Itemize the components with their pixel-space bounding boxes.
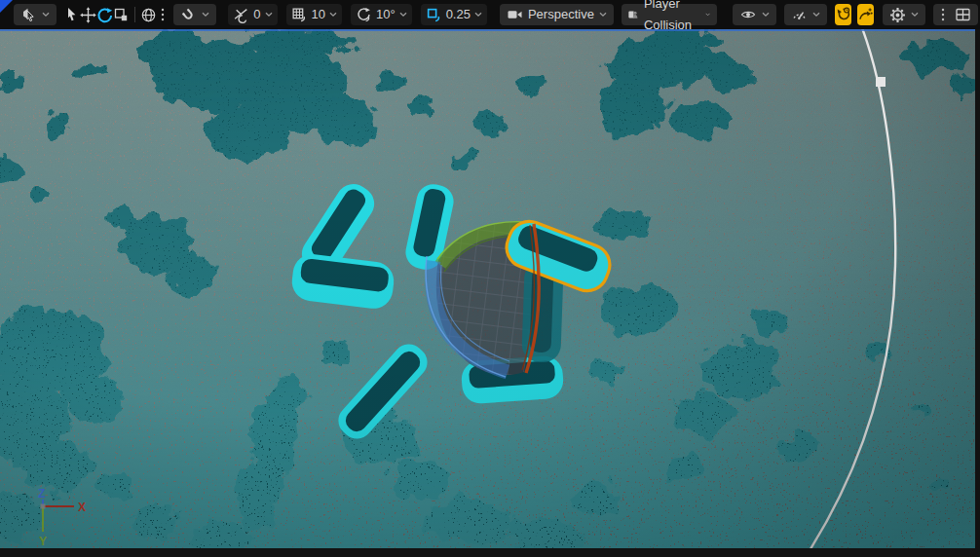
push-changes-button[interactable] bbox=[857, 4, 874, 25]
chevron-down-icon bbox=[911, 12, 919, 18]
viewport-toolbar: 0 10 10° 0.25 bbox=[0, 0, 980, 29]
viewport-focus-border bbox=[0, 29, 975, 31]
chevron-down-icon bbox=[399, 12, 407, 18]
grid-snap-value: 10 bbox=[312, 4, 325, 25]
viewport-scene: X Y Z bbox=[0, 29, 975, 548]
eye-icon bbox=[739, 7, 757, 22]
surface-snapping-dropdown[interactable] bbox=[173, 4, 216, 25]
chevron-down-icon bbox=[42, 12, 50, 18]
push-changes-icon bbox=[857, 7, 874, 22]
chevron-down-icon bbox=[705, 12, 710, 18]
globe-icon bbox=[140, 7, 157, 23]
move-icon bbox=[80, 7, 96, 23]
transform-overflow-button[interactable] bbox=[157, 4, 168, 25]
viewport-vignette bbox=[0, 29, 975, 548]
actor-snap-icon bbox=[233, 7, 249, 23]
surface-offset-snapping-control[interactable]: 0 bbox=[228, 4, 277, 25]
revert-changes-icon bbox=[835, 7, 851, 22]
camera-projection-label: Perspective bbox=[528, 4, 594, 25]
scale-snapping-control[interactable]: 0.25 bbox=[421, 4, 487, 25]
camera-projection-dropdown[interactable]: Perspective bbox=[500, 4, 614, 25]
level-viewport[interactable]: X Y Z bbox=[0, 29, 975, 548]
rotate-icon bbox=[96, 7, 113, 23]
surface-snap-magnet-icon bbox=[180, 7, 197, 23]
viewport-layout-button[interactable] bbox=[955, 7, 971, 22]
selection-mode-icon bbox=[20, 7, 37, 22]
rotation-snapping-control[interactable]: 10° bbox=[351, 4, 412, 25]
scale-snap-icon bbox=[426, 7, 442, 23]
viewport-options-group bbox=[933, 4, 978, 25]
viewport-settings-dropdown[interactable] bbox=[883, 4, 925, 25]
select-icon bbox=[64, 7, 80, 22]
revert-changes-button[interactable] bbox=[835, 4, 851, 25]
chevron-down-icon bbox=[329, 12, 337, 18]
editor-viewport-window: 0 10 10° 0.25 bbox=[0, 0, 980, 557]
scale-tool-button[interactable] bbox=[113, 4, 129, 25]
move-tool-button[interactable] bbox=[80, 4, 96, 25]
rotation-snap-icon bbox=[356, 7, 372, 23]
chevron-down-icon bbox=[202, 12, 209, 18]
chevron-down-icon bbox=[599, 12, 607, 18]
view-mode-label: Player Collision bbox=[644, 0, 700, 36]
rotate-tool-button[interactable] bbox=[96, 4, 113, 25]
chevron-down-icon bbox=[265, 12, 273, 18]
select-tool-button[interactable] bbox=[64, 4, 80, 25]
chevron-down-icon bbox=[812, 12, 820, 18]
ellipsis-icon bbox=[160, 7, 166, 22]
grid-snapping-control[interactable]: 10 bbox=[286, 4, 342, 25]
show-flags-dropdown[interactable] bbox=[733, 4, 776, 25]
rotation-snap-value: 10° bbox=[376, 4, 396, 25]
camera-speed-icon bbox=[791, 7, 808, 22]
settings-gear-icon bbox=[889, 7, 906, 23]
chevron-down-icon bbox=[474, 12, 482, 18]
coordinate-space-button[interactable] bbox=[140, 4, 157, 25]
view-mode-dropdown[interactable]: Player Collision bbox=[622, 4, 717, 25]
viewport-overflow-button[interactable] bbox=[940, 7, 946, 22]
scale-icon bbox=[113, 7, 129, 22]
surface-offset-value: 0 bbox=[253, 4, 260, 25]
grid-snap-icon bbox=[291, 7, 308, 23]
player-collision-icon bbox=[628, 7, 639, 22]
camera-icon bbox=[507, 7, 523, 22]
selection-mode-dropdown[interactable] bbox=[14, 4, 57, 25]
chevron-down-icon bbox=[762, 12, 770, 18]
scale-snap-value: 0.25 bbox=[446, 4, 471, 25]
camera-speed-dropdown[interactable] bbox=[784, 4, 827, 25]
active-viewport-corner-marker bbox=[0, 0, 13, 13]
